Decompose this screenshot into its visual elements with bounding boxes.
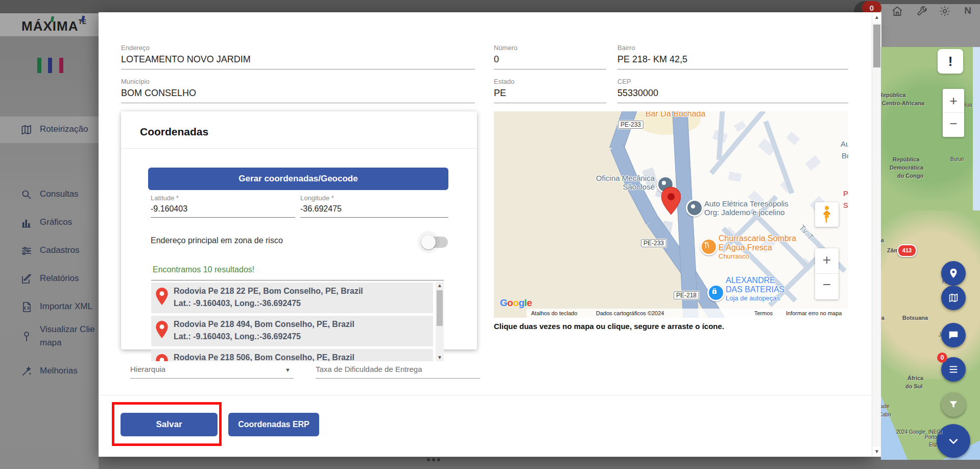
magic-wand-icon — [20, 365, 33, 378]
map-icon — [948, 292, 959, 303]
bar-chart-icon — [20, 217, 33, 229]
sidebar-item-importar-xml[interactable]: Importar XML — [0, 294, 99, 320]
sidebar-item-cadastros[interactable]: Cadastros — [0, 238, 99, 264]
map-view-button[interactable] — [941, 286, 966, 310]
map-label-oficina[interactable]: Oficina Mecânica São José — [581, 174, 655, 191]
app-logo-area: MÁXIMATE — [0, 13, 99, 36]
place-icon — [948, 268, 959, 279]
terms-link[interactable]: Termos — [754, 309, 773, 318]
salvar-button[interactable]: Salvar — [121, 413, 218, 436]
map-label-bar-da-buchada[interactable]: Bar Da Buchada — [646, 111, 705, 119]
map-label-country: República — [881, 92, 906, 98]
coordenadas-title: Coordenadas — [140, 126, 208, 138]
sidebar-item-consultas[interactable]: Consultas — [0, 181, 99, 208]
zoom-in-button[interactable]: + — [943, 89, 964, 113]
field-value[interactable]: LOTEAMENTO NOVO JARDIM — [121, 54, 475, 65]
map-label-churrascaria[interactable]: Churrascaria Sombra E Agua Fresca Churra… — [719, 234, 796, 260]
result-item[interactable]: Rodovia Pe 218 22 PE, Bom Conselho, PE, … — [151, 283, 433, 313]
sliders-icon — [20, 245, 33, 257]
sidebar-item-graficos[interactable]: Gráficos — [0, 209, 99, 236]
map-label-city: idade — [881, 404, 889, 409]
app-logo: MÁXIMATE — [21, 18, 86, 34]
geocode-button[interactable]: Gerar coordenadas/Geocode — [148, 168, 448, 190]
scrollbar-thumb[interactable] — [873, 25, 880, 67]
pegman-control[interactable] — [815, 202, 839, 227]
chevron-down-icon — [947, 434, 960, 448]
gear-icon[interactable] — [939, 5, 951, 17]
list-badge: 0 — [937, 353, 947, 363]
chat-button[interactable] — [941, 323, 966, 347]
map-street — [763, 121, 795, 194]
field-underline — [494, 69, 606, 69]
poi-circle-alexandre[interactable] — [707, 284, 725, 301]
modal-map[interactable]: PE-233 PE-233 PE-218 Bar Da Buchada Ofic… — [494, 111, 848, 318]
results-title: Encontramos 10 resultados! — [153, 265, 254, 274]
field-underline — [151, 217, 295, 218]
poi-dot — [691, 204, 695, 208]
alert-button[interactable]: ! — [938, 49, 963, 74]
result-item[interactable]: Rodovia Pe 218 506, Bom Conselho, PE, Br… — [151, 349, 433, 361]
sidebar-item-roteirizacao[interactable]: Roteirização — [0, 116, 99, 143]
location-pin-icon — [155, 321, 169, 338]
google-logo[interactable]: Google — [500, 297, 532, 309]
zoom-out-button[interactable]: − — [815, 274, 839, 299]
map-label-alexandre[interactable]: ALEXANDRE DAS BATERIAS Loja de autopeças — [726, 276, 784, 302]
pegman-icon — [821, 205, 832, 224]
result-item[interactable]: Rodovia Pe 218 494, Bom Conselho, PE, Br… — [151, 316, 433, 346]
report-error-link[interactable]: Informar erro no mapa — [786, 309, 842, 318]
map-label-country: Centro-Africana — [882, 100, 924, 106]
scroll-down-arrow[interactable]: ▼ — [872, 447, 881, 457]
zoom-out-button[interactable]: − — [943, 113, 964, 136]
scroll-up-arrow[interactable]: ▲ — [872, 12, 881, 22]
brand-bar-blue — [48, 58, 52, 73]
scrollbar-thumb[interactable] — [437, 290, 443, 326]
screen: MÁXIMATE 0 N Roteirização Consultas — [0, 0, 980, 469]
map-caption: Clique duas vezes no mapa ou clique, seg… — [494, 322, 724, 331]
sidebar-item-visualizar-clientes[interactable]: Visualizar Clie mapa — [0, 320, 99, 354]
funnel-icon — [948, 400, 959, 410]
modal-scrollbar[interactable]: ▲ ▼ — [872, 12, 881, 457]
footer-divider — [99, 395, 872, 395]
poi-circle-churrascaria[interactable] — [700, 238, 718, 255]
draggable-marker-icon[interactable] — [661, 187, 681, 215]
search-icon — [20, 189, 33, 201]
background-map-panel[interactable]: República Centro-Africana Rua República … — [881, 47, 980, 460]
coordenadas-erp-button[interactable]: Coordenadas ERP — [228, 413, 319, 436]
sidebar-item-melhorias[interactable]: Melhorias — [0, 358, 99, 385]
xml-file-icon — [20, 301, 33, 313]
list-icon — [948, 364, 959, 375]
field-municipio: Município BOM CONSELHO — [121, 78, 475, 103]
navigation-icon[interactable]: N — [962, 5, 973, 17]
poi-dot — [662, 181, 666, 185]
field-underline — [121, 103, 475, 103]
wrench-icon[interactable] — [916, 5, 928, 17]
sidebar-item-relatorios[interactable]: Relatórios — [0, 266, 99, 292]
map-label-auto-eletrica[interactable]: Auto Elétrica Teresópolis Org: Jaldemo e… — [704, 199, 788, 217]
risk-toggle[interactable] — [421, 234, 452, 250]
poi-circle-auto-eletrica[interactable] — [686, 199, 703, 217]
keyboard-shortcuts-link[interactable]: Atalhos do teclado — [531, 309, 578, 318]
hierarquia-select[interactable]: Hierarquia ▼ — [130, 365, 294, 379]
results-scrollbar[interactable]: ▲ ▼ — [436, 282, 444, 361]
home-icon[interactable] — [891, 5, 903, 17]
cluster-badge[interactable]: 413 — [897, 244, 917, 257]
panel-attribution: 2024 Google, INEGI — [896, 429, 942, 435]
divider — [151, 280, 444, 280]
zoom-in-button[interactable]: + — [815, 248, 839, 274]
field-underline — [316, 378, 480, 379]
field-numero: Número 0 — [494, 44, 606, 69]
location-pin-icon — [155, 354, 169, 361]
scroll-down-arrow[interactable]: ▼ — [436, 355, 444, 360]
longitude-field: Longitude * -36.692475 — [300, 194, 448, 218]
map-label-country: Democrática — [890, 165, 923, 171]
field-underline — [121, 69, 475, 69]
map-label-city: Burun — [950, 156, 964, 162]
brand-bar-green — [37, 58, 41, 73]
taxa-dificuldade-field[interactable]: Taxa de Dificuldade de Entrega — [316, 365, 480, 379]
scroll-up-arrow[interactable]: ▲ — [436, 283, 444, 288]
filter-button[interactable] — [941, 392, 966, 417]
locate-button[interactable] — [941, 261, 966, 286]
risk-toggle-label: Endereço principal em zona de risco — [151, 236, 283, 245]
map-label-country: África — [907, 375, 923, 381]
map-zoom-control: + − — [815, 248, 839, 299]
